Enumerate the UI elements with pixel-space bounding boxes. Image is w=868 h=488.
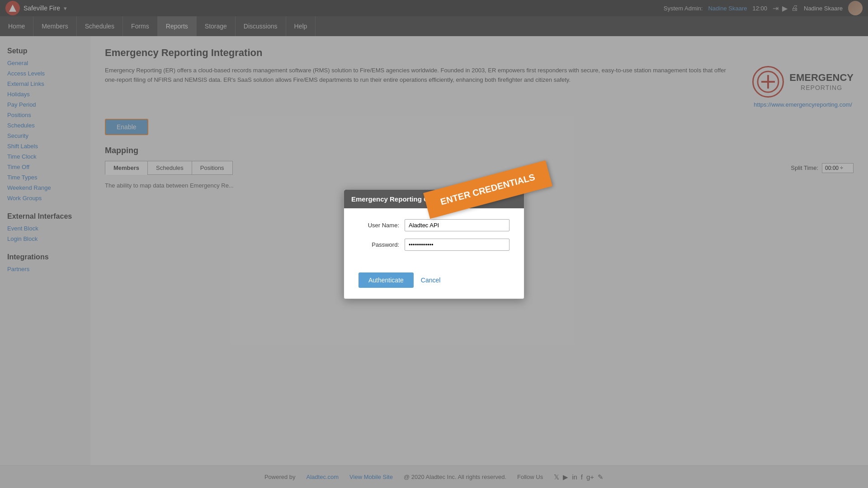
password-row: Password: [359,239,509,251]
modal-body: User Name: Password: [344,208,524,269]
username-input[interactable] [405,219,509,231]
cancel-button[interactable]: Cancel [421,277,441,284]
modal-footer: Authenticate Cancel [344,269,524,299]
password-input[interactable] [405,239,509,251]
modal-header: Emergency Reporting Credentials [344,190,524,208]
username-row: User Name: [359,219,509,231]
modal-overlay: ENTER CREDENTIALS Emergency Reporting Cr… [0,0,868,488]
credentials-modal: ENTER CREDENTIALS Emergency Reporting Cr… [344,189,524,299]
username-label: User Name: [359,222,399,229]
authenticate-button[interactable]: Authenticate [359,272,414,288]
password-label: Password: [359,241,399,248]
